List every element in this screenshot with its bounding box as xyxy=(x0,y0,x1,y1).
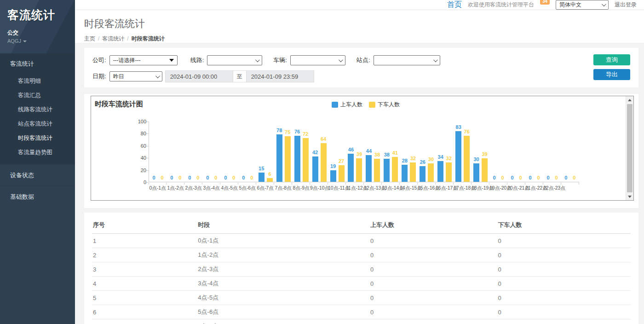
chevron-down-icon xyxy=(255,58,260,62)
legend-label: 上车人数 xyxy=(340,101,362,109)
x-axis-tick-label: 18点-19点 xyxy=(472,185,489,191)
main-area: 首页 欢迎使用客流统计管理平台 34 简体中文 退出登录 时段客流统计 主页/客… xyxy=(75,0,644,324)
bar-value-label: 44 xyxy=(366,148,372,154)
x-axis-tick-label: 11点-12点 xyxy=(346,185,364,191)
chart-vertical-scrollbar[interactable] xyxy=(626,96,633,200)
sidebar-item-passenger-detail[interactable]: 客流明细 xyxy=(0,74,75,88)
page-title: 时段客流统计 xyxy=(84,17,644,31)
bar-boarding: 34 xyxy=(437,161,443,182)
y-axis-tick xyxy=(146,158,149,158)
export-button[interactable]: 导出 xyxy=(593,69,630,80)
scrollbar-thumb[interactable] xyxy=(627,104,632,192)
filter-row-2: 日期: 昨日 2024-01-09 00:00 至 2024-01-09 23:… xyxy=(92,70,630,82)
sidebar-header: 客流统计 公交 AQGJ xyxy=(0,0,75,53)
bar-value-label: 78 xyxy=(276,127,282,133)
sidebar-item-period-stats[interactable]: 时段客流统计 xyxy=(0,131,75,145)
breadcrumb-section[interactable]: 客流统计 xyxy=(102,35,124,42)
table-cell: 1 xyxy=(92,234,197,248)
bar-alighting: 64 xyxy=(321,143,327,182)
bar-value-label: 0 xyxy=(529,175,531,180)
sidebar-item-trend-chart[interactable]: 客流量趋势图 xyxy=(0,145,75,160)
company-select-value: ---请选择--- xyxy=(113,57,141,64)
table-row[interactable]: 32点-3点00 xyxy=(92,262,631,277)
legend-item[interactable]: 下车人数 xyxy=(369,101,400,109)
table-row[interactable]: 76点-7点156 xyxy=(92,319,631,324)
table-cell: 0 xyxy=(369,305,497,319)
y-axis-tick-label: 100 xyxy=(131,119,146,124)
x-axis-tick xyxy=(489,183,507,185)
table-row[interactable]: 65点-6点00 xyxy=(92,305,631,319)
bar-group: 4639 xyxy=(346,121,364,182)
sidebar: 客流统计 公交 AQGJ 客流统计 客流明细 客流汇总 线路客流统计 站点客流统… xyxy=(0,0,75,324)
table-cell: 6点-7点 xyxy=(197,319,369,324)
bar-value-label: 0 xyxy=(178,175,181,180)
x-axis-tick-label: 0点-1点 xyxy=(149,185,167,191)
chevron-down-icon xyxy=(155,74,160,78)
logout-link[interactable]: 退出登录 xyxy=(615,1,637,9)
bar-value-label: 34 xyxy=(438,154,443,160)
x-axis-tick xyxy=(346,183,364,185)
date-preset-value: 昨日 xyxy=(113,73,124,81)
table-row[interactable]: 10点-1点00 xyxy=(92,234,631,248)
x-axis-tick xyxy=(256,183,274,185)
period-stats-table: 序号 时段 上车人数 下车人数 10点-1点0021点-2点0032点-3点00… xyxy=(92,216,631,324)
page-heading: 时段客流统计 主页/客流统计/时段客流统计 xyxy=(75,10,644,43)
bar-group: 7672 xyxy=(293,121,310,182)
user-menu[interactable]: AQGJ xyxy=(7,38,68,44)
bar-boarding: 46 xyxy=(348,154,354,182)
home-link[interactable]: 首页 xyxy=(447,0,462,10)
notification-badge[interactable]: 34 xyxy=(540,0,550,5)
x-axis-tick xyxy=(418,183,436,185)
breadcrumb-home[interactable]: 主页 xyxy=(84,35,95,42)
bar-group: 00 xyxy=(489,121,507,182)
table-row[interactable]: 54点-5点00 xyxy=(92,291,631,305)
legend-item[interactable]: 上车人数 xyxy=(332,101,362,109)
date-to-label: 至 xyxy=(233,70,246,82)
language-select[interactable]: 简体中文 xyxy=(556,0,609,10)
breadcrumb-current: 时段客流统计 xyxy=(132,35,165,42)
date-preset-select[interactable]: 昨日 xyxy=(109,71,162,81)
bar-value-label: 72 xyxy=(303,131,308,137)
table-cell: 2点-3点 xyxy=(197,262,369,277)
x-axis-tick xyxy=(364,183,382,185)
vehicle-select[interactable] xyxy=(290,55,345,65)
x-axis-tick xyxy=(274,183,292,185)
bar-value-label: 32 xyxy=(446,156,452,161)
chart-title: 时段车流统计图 xyxy=(95,100,143,109)
bar-value-label: 39 xyxy=(356,151,362,157)
station-select[interactable] xyxy=(374,55,440,65)
table-row[interactable]: 21点-2点00 xyxy=(92,248,631,262)
welcome-text: 欢迎使用客流统计管理平台 xyxy=(468,1,534,9)
bar-value-label: 38 xyxy=(384,152,390,157)
chevron-down-icon xyxy=(339,58,343,62)
sidebar-item-passenger-stats[interactable]: 客流统计 xyxy=(0,53,75,74)
scroll-down-arrow-icon[interactable] xyxy=(626,193,633,200)
table-cell: 0 xyxy=(369,277,497,291)
bar-value-label: 0 xyxy=(493,175,496,180)
sidebar-item-passenger-summary[interactable]: 客流汇总 xyxy=(0,88,75,103)
sidebar-item-device-status[interactable]: 设备状态 xyxy=(0,164,75,186)
table-cell: 0 xyxy=(497,248,631,262)
bar-value-label: 19 xyxy=(330,163,336,169)
sidebar-item-base-data[interactable]: 基础数据 xyxy=(0,186,75,208)
chevron-down-icon xyxy=(23,40,27,42)
x-axis-tick xyxy=(382,183,400,185)
sidebar-item-line-stats[interactable]: 线路客流统计 xyxy=(0,103,75,117)
line-select[interactable] xyxy=(207,55,262,65)
bar-group: 1927 xyxy=(328,121,346,182)
bar-group: 00 xyxy=(543,121,561,182)
bar-alighting: 32 xyxy=(446,162,452,182)
bar-value-label: 0 xyxy=(152,175,155,180)
company-select[interactable]: ---请选择--- xyxy=(109,55,178,65)
bar-value-label: 46 xyxy=(348,147,354,152)
search-button[interactable]: 查询 xyxy=(593,54,630,65)
bar-alighting: 75 xyxy=(285,136,291,182)
sidebar-item-station-stats[interactable]: 站点客流统计 xyxy=(0,117,75,131)
x-axis-tick-label: 14点-15点 xyxy=(400,185,418,191)
table-row[interactable]: 43点-4点00 xyxy=(92,277,631,291)
date-start-input[interactable]: 2024-01-09 00:00 xyxy=(165,70,233,82)
scroll-up-arrow-icon[interactable] xyxy=(626,96,633,104)
date-end-input[interactable]: 2024-01-09 23:59 xyxy=(246,70,314,82)
bar-group: 7875 xyxy=(275,121,293,182)
table-cell: 3点-4点 xyxy=(197,277,369,291)
